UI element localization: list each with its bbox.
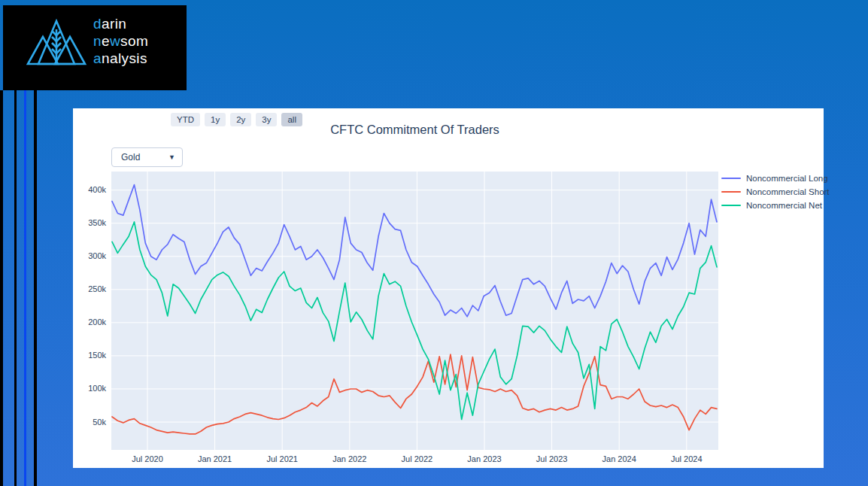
y-axis-tick: 50k (73, 418, 106, 427)
legend-item-noncommercial-short[interactable]: Noncommercial Short (721, 185, 830, 199)
legend-item-noncommercial-net[interactable]: Noncommercial Net (721, 199, 830, 212)
chart-canvas[interactable] (111, 172, 718, 450)
y-axis-tick: 100k (73, 384, 106, 393)
plot-area[interactable] (111, 172, 718, 450)
brand-line-newsom: newsom (93, 32, 148, 50)
y-axis-tick: 300k (73, 251, 106, 260)
legend-swatch (721, 205, 741, 207)
pinstripe-black-1 (0, 90, 3, 486)
brand-line-darin: darin (93, 15, 148, 32)
x-axis-tick: Jul 2022 (387, 454, 447, 463)
dropdown-arrow-icon: ▼ (168, 153, 175, 161)
legend-swatch (721, 191, 741, 193)
page: { "logo": { "word1": {"accent": "d", "re… (0, 0, 868, 486)
y-axis-tick: 200k (73, 317, 106, 327)
commodity-dropdown-value: Gold (121, 152, 140, 163)
y-axis-tick: 350k (73, 218, 106, 227)
pinstripe-blue (24, 90, 26, 486)
x-axis-tick: Jan 2023 (454, 454, 514, 463)
brand-logo: darin newsom analysis (3, 5, 187, 90)
pinstripe-black-3 (34, 90, 37, 486)
legend-label: Noncommercial Net (746, 201, 822, 210)
y-axis-tick: 400k (73, 185, 106, 194)
x-axis-tick: Jul 2021 (252, 454, 312, 463)
legend-label: Noncommercial Short (746, 187, 830, 196)
x-axis-tick: Jan 2021 (185, 454, 245, 463)
legend-swatch (721, 178, 741, 180)
x-axis-tick: Jul 2020 (117, 454, 178, 463)
mountains-wheat-icon (26, 19, 87, 67)
x-axis-tick: Jan 2022 (320, 454, 380, 463)
x-axis-tick: Jul 2024 (657, 454, 717, 463)
commodity-dropdown[interactable]: Gold ▼ (111, 147, 183, 167)
brand-line-analysis: analysis (93, 50, 148, 67)
legend: Noncommercial Long Noncommercial Short N… (721, 172, 830, 212)
legend-label: Noncommercial Long (746, 174, 828, 183)
pinstripe-black-2 (14, 90, 17, 486)
x-axis-tick: Jul 2023 (522, 454, 582, 463)
y-axis-tick: 250k (73, 284, 106, 293)
brand-wordmark: darin newsom analysis (93, 15, 148, 67)
x-axis-tick: Jan 2024 (589, 454, 649, 463)
chart-card: YTD 1y 2y 3y all CFTC Commitment Of Trad… (73, 108, 824, 468)
y-axis-tick: 150k (73, 351, 106, 360)
chart-title: CFTC Commitment Of Traders (111, 123, 718, 137)
legend-item-noncommercial-long[interactable]: Noncommercial Long (721, 172, 830, 185)
